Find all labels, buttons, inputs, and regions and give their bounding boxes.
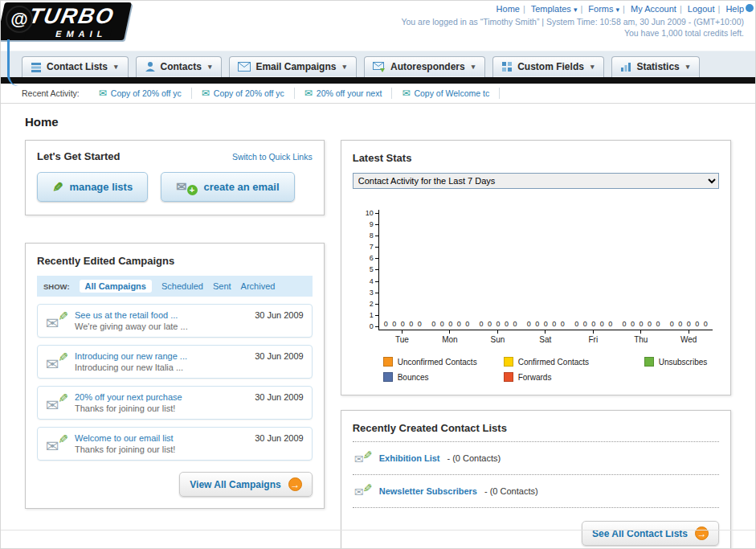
chart-y-axis: 109876543210	[359, 210, 378, 330]
y-tick-label: 2	[370, 301, 378, 308]
arrow-right-icon: →	[695, 526, 709, 540]
y-tick-label: 7	[370, 244, 378, 251]
legend-label: Bounces	[398, 373, 429, 382]
envelope-icon: ✉	[304, 88, 313, 99]
contact-lists-icon	[31, 61, 42, 72]
chart-day-label: Thu	[617, 330, 664, 344]
nav-tab-email-campaigns[interactable]: Email Campaigns ▾	[229, 56, 357, 77]
link-separator: |	[680, 4, 682, 14]
campaign-row[interactable]: ✉ ✎ Welcome to our email list Thanks for…	[37, 427, 313, 461]
y-tick-label: 0	[370, 323, 378, 330]
campaigns-title: Recently Edited Campaigns	[37, 255, 174, 267]
recent-activity-text: 20% off your next	[317, 88, 382, 98]
filter-tab-archived[interactable]: Archived	[241, 281, 276, 291]
legend-label: Forwards	[518, 373, 552, 382]
recent-activity-item[interactable]: ✉ Copy of Welcome tc	[392, 88, 500, 99]
nav-tab-autoresponders[interactable]: Autoresponders ▾	[364, 56, 485, 77]
legend-item: Unconfirmed Contacts	[383, 357, 504, 367]
recent-activity-item[interactable]: ✉ Copy of 20% off yc	[89, 88, 192, 99]
filter-tab-sent[interactable]: Sent	[213, 281, 231, 291]
recent-activity-text: Copy of 20% off yc	[214, 88, 284, 98]
page-title: Home	[25, 115, 731, 129]
campaign-subtitle: Thanks for joining our list!	[75, 445, 247, 454]
campaign-subtitle: Introducing our new Italia ...	[75, 363, 247, 372]
legend-item: Bounces	[383, 372, 504, 382]
create-email-button[interactable]: ✉ + create an email	[161, 172, 294, 202]
campaign-row[interactable]: ✉ ✎ See us at the retail food ... We're …	[37, 304, 313, 338]
nav-tab-label: Statistics	[636, 61, 679, 72]
stats-period-select[interactable]: Contact Activity for the Last 7 Days	[353, 173, 719, 189]
link-separator: |	[580, 4, 582, 14]
legend-swatch-icon	[383, 357, 393, 367]
header-link-my-account[interactable]: My Account	[631, 4, 676, 14]
latest-stats-title: Latest Stats	[353, 152, 412, 164]
campaign-row[interactable]: ✉ ✎ 20% off your next purchase Thanks fo…	[37, 386, 313, 420]
campaign-subtitle: We're giving away our late ...	[75, 322, 247, 331]
recent-activity-text: Copy of 20% off yc	[111, 88, 182, 98]
recent-activity-item[interactable]: ✉ Copy of 20% off yc	[192, 88, 295, 99]
legend-swatch-icon	[504, 357, 513, 367]
campaign-title[interactable]: Introducing our new range ...	[75, 351, 247, 361]
header-link-logout[interactable]: Logout	[688, 4, 715, 14]
contact-list-name[interactable]: Exhibition List	[379, 453, 440, 463]
chart-day-label: Tue	[378, 330, 426, 344]
legend-swatch-icon	[383, 372, 393, 382]
y-tick-label: 8	[370, 232, 378, 240]
nav-tab-contacts[interactable]: Contacts ▾	[136, 56, 223, 77]
header-link-home[interactable]: Home	[497, 4, 520, 14]
legend-item: Unsubscribes	[644, 357, 713, 367]
contact-list-item[interactable]: ✉ ✎ Exhibition List - (0 Contacts)	[353, 442, 719, 475]
top-header: TURBO EMAIL @ Home| Templates ▾| Forms ▾…	[1, 1, 755, 51]
chart-zero-values: 0 0 0 0 0	[431, 320, 469, 330]
manage-lists-button[interactable]: ✎ manage lists	[37, 172, 148, 202]
chart-zero-values: 0 0 0 0 0	[574, 320, 612, 330]
email-campaigns-icon	[238, 62, 251, 72]
statistics-icon	[620, 61, 631, 72]
chart-day-label: Fri	[570, 330, 617, 344]
campaign-row[interactable]: ✉ ✎ Introducing our new range ... Introd…	[37, 345, 313, 379]
campaign-date: 30 Jun 2009	[255, 351, 304, 361]
logo-subtitle: EMAIL	[24, 29, 112, 39]
footer-divider	[1, 530, 755, 531]
recent-activity-bar: Recent Activity: ✉ Copy of 20% off yc ✉ …	[1, 84, 755, 104]
latest-stats-panel: Latest Stats Contact Activity for the La…	[341, 140, 731, 395]
campaign-title[interactable]: See us at the retail food ...	[75, 310, 247, 320]
legend-swatch-icon	[504, 372, 513, 382]
campaign-info: Welcome to our email list Thanks for joi…	[75, 433, 247, 454]
campaign-title[interactable]: Welcome to our email list	[75, 433, 247, 443]
header-link-templates[interactable]: Templates	[531, 4, 571, 14]
nav-tab-contact-lists[interactable]: Contact Lists ▾	[22, 56, 129, 77]
legend-item: Forwards	[504, 372, 644, 382]
nav-tab-statistics[interactable]: Statistics ▾	[611, 56, 700, 77]
chart-day-label: Sat	[521, 330, 569, 344]
list-edit-icon: ✉ ✎	[354, 484, 372, 498]
campaign-title[interactable]: 20% off your next purchase	[75, 392, 247, 402]
contact-list-name[interactable]: Newsletter Subscribers	[379, 486, 477, 496]
recent-activity-item[interactable]: ✉ 20% off your next	[295, 88, 393, 99]
chart-plot: 0 0 0 0 00 0 0 0 00 0 0 0 00 0 0 0 00 0 …	[378, 210, 713, 330]
view-all-campaigns-button[interactable]: View All Campaigns →	[179, 472, 312, 497]
link-separator: |	[717, 4, 720, 14]
filter-tab-scheduled[interactable]: Scheduled	[161, 281, 203, 291]
nav-tab-label: Custom Fields	[517, 61, 584, 72]
filter-tab-all-campaigns[interactable]: All Campaigns	[80, 280, 152, 293]
nav-tab-custom-fields[interactable]: Custom Fields ▾	[492, 56, 604, 77]
chart-day-label: Wed	[665, 330, 713, 344]
header-link-forms[interactable]: Forms	[588, 4, 613, 14]
header-link-help[interactable]: Help	[725, 4, 744, 14]
chart-day-group: 0 0 0 0 0	[617, 210, 664, 330]
see-all-contact-lists-button[interactable]: See All Contact Lists →	[582, 521, 719, 546]
campaign-info: 20% off your next purchase Thanks for jo…	[75, 392, 247, 413]
contact-list-item[interactable]: ✉ ✎ Newsletter Subscribers - (0 Contacts…	[353, 475, 719, 508]
chevron-down-icon: ▾	[590, 63, 595, 71]
recent-activity-text: Copy of Welcome tc	[414, 88, 489, 98]
pencil-icon: ✎	[50, 182, 65, 192]
pencil-icon: ✎	[56, 352, 71, 363]
legend-label: Unconfirmed Contacts	[398, 358, 477, 367]
pencil-icon: ✎	[56, 393, 71, 404]
campaign-edit-icon: ✉ ✎	[46, 394, 67, 412]
nav-tab-label: Contacts	[161, 61, 202, 72]
main-content: Home Let's Get Started Switch to Quick L…	[1, 104, 755, 549]
switch-quick-links-link[interactable]: Switch to Quick Links	[232, 152, 313, 162]
autoresponders-icon	[373, 62, 386, 72]
